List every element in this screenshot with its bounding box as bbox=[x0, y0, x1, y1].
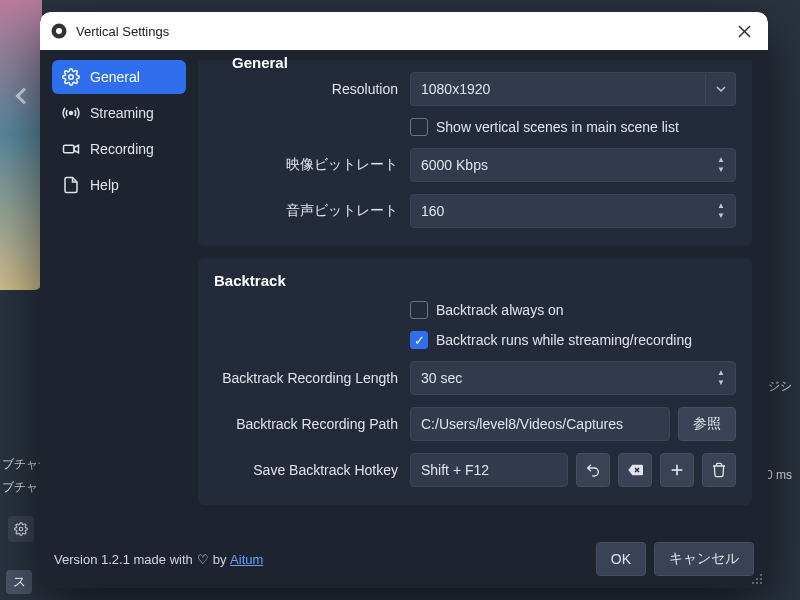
video-bitrate-label: 映像ビットレート bbox=[214, 156, 410, 174]
chevron-down-icon: ▼ bbox=[717, 212, 725, 220]
resolution-row: Resolution 1080x1920 bbox=[214, 72, 736, 106]
backtrack-path-row: Backtrack Recording Path C:/Users/level8… bbox=[214, 407, 736, 441]
chevron-up-icon: ▲ bbox=[717, 202, 725, 210]
backtrack-path-label: Backtrack Recording Path bbox=[214, 416, 410, 432]
sidebar-item-streaming[interactable]: Streaming bbox=[52, 96, 186, 130]
broadcast-icon bbox=[62, 104, 80, 122]
background-thumbnail bbox=[0, 0, 42, 290]
backtrack-always-checkbox[interactable]: Backtrack always on bbox=[410, 301, 564, 319]
backtrack-runs-checkbox[interactable]: Backtrack runs while streaming/recording bbox=[410, 331, 692, 349]
sidebar: General Streaming Recording Help bbox=[52, 60, 186, 530]
chevron-up-icon: ▲ bbox=[717, 369, 725, 377]
svg-point-2 bbox=[56, 28, 62, 34]
aitum-link[interactable]: Aitum bbox=[230, 552, 263, 567]
backtrack-length-input[interactable]: 30 sec ▲▼ bbox=[410, 361, 736, 395]
background-text-2: ブチャ bbox=[2, 479, 38, 496]
video-bitrate-row: 映像ビットレート 6000 Kbps ▲▼ bbox=[214, 148, 736, 182]
close-button[interactable] bbox=[730, 17, 758, 45]
general-panel: Resolution 1080x1920 bbox=[198, 60, 752, 246]
content-scroll[interactable]: Resolution 1080x1920 bbox=[198, 60, 756, 530]
backtrack-panel: Backtrack Backtrack always on bbox=[198, 258, 752, 505]
show-vertical-row: Show vertical scenes in main scene list bbox=[214, 118, 736, 136]
gear-icon bbox=[62, 68, 80, 86]
version-text: Version 1.2.1 made with bbox=[54, 552, 193, 567]
titlebar: Vertical Settings bbox=[40, 12, 768, 50]
svg-point-0 bbox=[19, 527, 23, 531]
sidebar-item-label: General bbox=[90, 69, 140, 85]
resolution-select[interactable]: 1080x1920 bbox=[410, 72, 706, 106]
window-body: General Streaming Recording Help bbox=[40, 50, 768, 534]
svg-rect-7 bbox=[64, 145, 75, 153]
chevron-down-icon: ▼ bbox=[717, 166, 725, 174]
chevron-down-icon: ▼ bbox=[717, 379, 725, 387]
background-right-text-2: 0 ms bbox=[766, 468, 792, 482]
resolution-dropdown-button[interactable] bbox=[706, 72, 736, 106]
resolution-label: Resolution bbox=[214, 81, 410, 97]
hotkey-add-button[interactable] bbox=[660, 453, 694, 487]
ok-button[interactable]: OK bbox=[596, 542, 646, 576]
sidebar-item-general[interactable]: General bbox=[52, 60, 186, 94]
background-pill: ス bbox=[6, 570, 32, 594]
chevron-up-icon: ▲ bbox=[717, 156, 725, 164]
camera-icon bbox=[62, 140, 80, 158]
browse-button[interactable]: 参照 bbox=[678, 407, 736, 441]
spinner-buttons[interactable]: ▲▼ bbox=[717, 369, 725, 387]
background-settings-button[interactable] bbox=[8, 516, 34, 542]
hotkey-clear-button[interactable] bbox=[618, 453, 652, 487]
sidebar-item-label: Recording bbox=[90, 141, 154, 157]
general-section-title-clipped: General bbox=[232, 54, 288, 71]
audio-bitrate-label: 音声ビットレート bbox=[214, 202, 410, 220]
checkbox-box-icon bbox=[410, 118, 428, 136]
cancel-button[interactable]: キャンセル bbox=[654, 542, 754, 576]
sidebar-item-label: Help bbox=[90, 177, 119, 193]
video-bitrate-input[interactable]: 6000 Kbps ▲▼ bbox=[410, 148, 736, 182]
backtrack-path-input[interactable]: C:/Users/level8/Videos/Captures bbox=[410, 407, 670, 441]
backtrack-length-label: Backtrack Recording Length bbox=[214, 370, 410, 386]
vertical-settings-window: Vertical Settings General General Stream… bbox=[40, 12, 768, 588]
svg-point-6 bbox=[70, 112, 73, 115]
by-text: by bbox=[213, 552, 227, 567]
audio-bitrate-row: 音声ビットレート 160 ▲▼ bbox=[214, 194, 736, 228]
checkbox-box-checked-icon bbox=[410, 331, 428, 349]
backtrack-runs-label: Backtrack runs while streaming/recording bbox=[436, 332, 692, 348]
backtrack-runs-row: Backtrack runs while streaming/recording bbox=[214, 331, 736, 349]
resize-handle[interactable] bbox=[750, 572, 762, 584]
audio-bitrate-input[interactable]: 160 ▲▼ bbox=[410, 194, 736, 228]
sidebar-item-recording[interactable]: Recording bbox=[52, 132, 186, 166]
backtrack-always-label: Backtrack always on bbox=[436, 302, 564, 318]
footer: Version 1.2.1 made with ♡ by Aitum OK キャ… bbox=[40, 534, 768, 588]
spinner-buttons[interactable]: ▲▼ bbox=[717, 202, 725, 220]
sidebar-item-label: Streaming bbox=[90, 105, 154, 121]
obs-icon bbox=[50, 22, 68, 40]
hotkey-undo-button[interactable] bbox=[576, 453, 610, 487]
show-vertical-checkbox[interactable]: Show vertical scenes in main scene list bbox=[410, 118, 679, 136]
window-title: Vertical Settings bbox=[76, 24, 169, 39]
show-vertical-label: Show vertical scenes in main scene list bbox=[436, 119, 679, 135]
backtrack-hotkey-input[interactable]: Shift + F12 bbox=[410, 453, 568, 487]
backtrack-length-row: Backtrack Recording Length 30 sec ▲▼ bbox=[214, 361, 736, 395]
heart-icon: ♡ bbox=[197, 552, 209, 567]
backtrack-always-row: Backtrack always on bbox=[214, 301, 736, 319]
document-icon bbox=[62, 176, 80, 194]
backtrack-hotkey-row: Save Backtrack Hotkey Shift + F12 bbox=[214, 453, 736, 487]
svg-point-5 bbox=[69, 75, 74, 80]
hotkey-delete-button[interactable] bbox=[702, 453, 736, 487]
backtrack-title: Backtrack bbox=[214, 272, 736, 289]
spinner-buttons[interactable]: ▲▼ bbox=[717, 156, 725, 174]
checkbox-box-icon bbox=[410, 301, 428, 319]
backtrack-hotkey-label: Save Backtrack Hotkey bbox=[214, 462, 410, 478]
sidebar-item-help[interactable]: Help bbox=[52, 168, 186, 202]
